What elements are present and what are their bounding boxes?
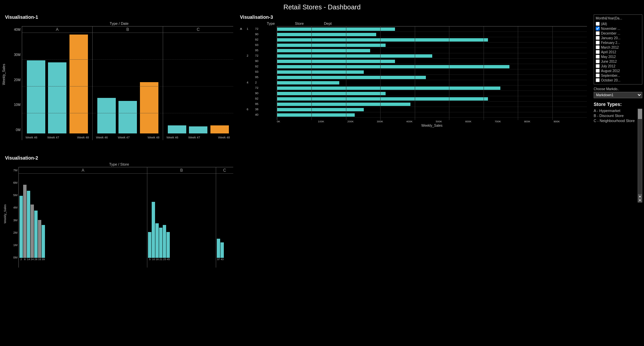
scrollbar-thumb[interactable] xyxy=(638,109,642,119)
filter-item-sep[interactable]: September... xyxy=(596,73,640,78)
store-types-content: A - Hypermarket B - Discount Store C - N… xyxy=(594,109,642,203)
bar-xlabel: Week 48 xyxy=(77,136,89,139)
vis2-bar: 10 xyxy=(152,175,155,261)
bar-week46-a: Week 46 xyxy=(27,35,45,133)
vis2-bar: 37 xyxy=(217,175,220,261)
vis3-bar-row xyxy=(277,53,587,59)
gridline xyxy=(22,59,92,60)
filter-item-jan20[interactable]: January 20... xyxy=(596,36,640,40)
checkbox-sep[interactable] xyxy=(596,73,600,77)
x-tick: 600K xyxy=(454,120,483,123)
bar-label: 2 xyxy=(20,258,22,261)
filter-item-all[interactable]: (All) xyxy=(596,21,640,26)
filter-item-may[interactable]: May 2012 xyxy=(596,54,640,59)
vis3-bar xyxy=(277,49,370,52)
bar-rect xyxy=(189,126,207,133)
gridline xyxy=(93,113,163,113)
filter-section: Month&Year(Da... (All) November ... Dece… xyxy=(594,14,642,84)
filter-item-oct[interactable]: October 20... xyxy=(596,78,640,82)
vis3-x-axis: 0K 100K 200K 300K 400K 500K 600K 700K 80… xyxy=(240,120,587,123)
vis3-row: 93 xyxy=(240,69,277,74)
bar-week47-a: Week 47 xyxy=(48,35,66,133)
filter-item-december[interactable]: December ... xyxy=(596,31,640,36)
vis1-title: Visualisation-1 xyxy=(5,14,233,20)
markdown-dropdown[interactable]: Markdown1 xyxy=(594,92,642,98)
bar-rect xyxy=(31,205,34,258)
checkbox-jul[interactable] xyxy=(596,64,600,68)
bar-rect xyxy=(159,228,162,258)
checkbox-all[interactable] xyxy=(596,22,600,26)
panel-c-bars: 37 43 xyxy=(216,174,233,268)
vis3-row: 72 xyxy=(240,85,277,91)
filter-item-jun[interactable]: June 2012 xyxy=(596,59,640,64)
bar-rect xyxy=(140,82,158,133)
filter-label: May 2012 xyxy=(601,55,616,59)
checkbox-december[interactable] xyxy=(596,31,600,35)
bar-rect xyxy=(155,223,159,258)
bar-rect xyxy=(166,232,170,258)
panel-a-bars: 2 8 14 xyxy=(19,174,147,268)
checkbox-jan20[interactable] xyxy=(596,36,600,40)
checkbox-may[interactable] xyxy=(596,55,600,59)
filter-item-jul[interactable]: July 2012 xyxy=(596,64,640,68)
filter-item-november[interactable]: November ... xyxy=(596,26,640,31)
gridline-v xyxy=(518,26,518,120)
bar-rect xyxy=(217,239,220,258)
store-types-section: Store Types: A - Hypermarket B - Discoun… xyxy=(594,102,642,203)
bar-xlabel: Week 46 xyxy=(26,136,37,139)
bar-xlabel: Week 48 xyxy=(148,136,159,139)
filter-item-mar[interactable]: March 2012 xyxy=(596,45,640,50)
sidebar: Month&Year(Da... (All) November ... Dece… xyxy=(592,13,644,344)
gridline xyxy=(22,86,92,86)
vis3-row: 93 xyxy=(240,42,277,48)
bar-label: 37 xyxy=(217,258,220,261)
filter-title: Month&Year(Da... xyxy=(596,16,640,20)
filter-label: January 20... xyxy=(601,36,621,40)
bar-week47-b: Week 47 xyxy=(118,35,137,133)
panel-a-header: A xyxy=(19,167,147,174)
bar-label: 8 xyxy=(24,258,26,261)
checkbox-november[interactable] xyxy=(596,26,600,31)
bar-label: 24 xyxy=(31,258,34,261)
bar-week48-c: Week 48 xyxy=(210,35,229,133)
filter-item-feb[interactable]: February 2... xyxy=(596,40,640,45)
vis2-panel-b: B 5 10 xyxy=(147,167,216,268)
checkbox-oct[interactable] xyxy=(596,78,600,82)
bar-week48-a: Week 48 xyxy=(69,35,88,133)
scrollbar[interactable]: ▲ ▼ xyxy=(638,109,642,203)
vis3-bar-row xyxy=(277,96,587,102)
vis3-bar xyxy=(277,60,395,63)
vis2-bar: 43 xyxy=(220,175,224,261)
bar-week48-b: Week 48 xyxy=(140,35,158,133)
vis1-panels: A Week 46 xyxy=(22,26,233,140)
filter-item-apr[interactable]: April 2012 xyxy=(596,50,640,54)
vis3-bar xyxy=(277,27,395,31)
vis3-bar-row xyxy=(277,37,587,43)
gridline xyxy=(163,59,233,60)
vis3-bar xyxy=(277,86,500,90)
vis3-bar-row xyxy=(277,32,587,37)
filter-item-aug[interactable]: August 2012 xyxy=(596,68,640,73)
vis2-y-label: Weekly_Sales xyxy=(3,205,7,224)
bar-rect xyxy=(69,35,88,133)
vis3-row: 90 xyxy=(240,91,277,96)
vis3-bar-row xyxy=(277,59,587,64)
vis3-bar xyxy=(277,113,355,117)
checkbox-feb[interactable] xyxy=(596,41,600,45)
vis2-subtitle: Type / Store xyxy=(5,162,233,166)
vis2-chart: 7M 6M 5M 4M 3M 2M 1M 0M Weekly_Sales A xyxy=(5,167,233,268)
checkbox-mar[interactable] xyxy=(596,45,600,49)
vis3-container: Visualisation-3 Type Store Dept A172 90 … xyxy=(237,13,590,154)
bar-label: 5 xyxy=(149,258,150,261)
checkbox-apr[interactable] xyxy=(596,50,600,54)
checkbox-jun[interactable] xyxy=(596,59,600,63)
vis3-bar-row xyxy=(277,64,587,69)
vis3-row: A172 xyxy=(240,26,277,32)
scroll-down-btn[interactable]: ▼ xyxy=(638,198,642,202)
vis2-bar: 5 xyxy=(148,175,151,261)
dashboard-title: Retail Stores - Dashboard xyxy=(0,0,644,13)
checkbox-aug[interactable] xyxy=(596,69,600,73)
panel-b-bars: 5 10 16 xyxy=(147,174,215,268)
scroll-up-btn[interactable]: ▲ xyxy=(638,194,642,198)
vis3-bar xyxy=(277,97,488,101)
